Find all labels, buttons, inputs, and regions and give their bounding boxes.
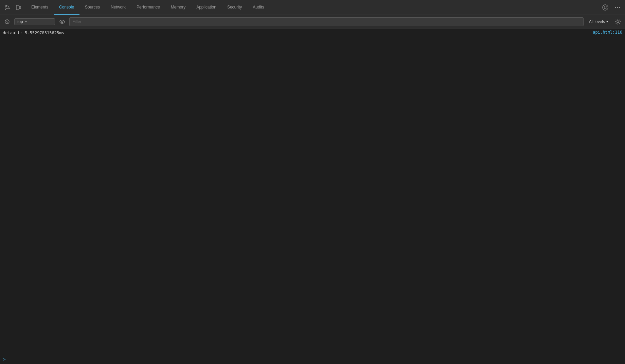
levels-arrow-icon: ▾ <box>606 20 608 23</box>
tab-performance[interactable]: Performance <box>131 0 165 15</box>
tab-bar-right <box>601 3 622 12</box>
tab-elements[interactable]: Elements <box>26 0 54 15</box>
svg-point-12 <box>61 21 63 22</box>
svg-point-3 <box>603 5 608 10</box>
levels-label: All levels <box>589 19 605 24</box>
svg-point-6 <box>615 7 616 8</box>
svg-point-8 <box>619 7 620 8</box>
console-output: default: 5.552978515625ms api.html:116 <box>0 29 625 354</box>
svg-line-10 <box>6 21 8 23</box>
tab-security[interactable]: Security <box>222 0 247 15</box>
svg-point-11 <box>60 20 65 23</box>
svg-point-4 <box>604 6 605 7</box>
svg-rect-1 <box>16 5 19 10</box>
inspect-element-button[interactable] <box>3 3 12 12</box>
tab-sources[interactable]: Sources <box>79 0 105 15</box>
log-text-0: default: 5.552978515625ms <box>3 30 587 36</box>
context-arrow-icon: ▾ <box>25 20 27 23</box>
tab-audits[interactable]: Audits <box>247 0 269 15</box>
svg-point-5 <box>606 6 607 7</box>
more-options-button[interactable] <box>613 3 622 12</box>
devtools-container: Elements Console Sources Network Perform… <box>0 0 625 364</box>
toolbar-left-icons <box>3 3 23 12</box>
console-settings-button[interactable] <box>613 17 622 26</box>
device-toggle-button[interactable] <box>14 3 23 12</box>
tab-application[interactable]: Application <box>191 0 222 15</box>
filter-input[interactable] <box>69 17 584 26</box>
tab-bar: Elements Console Sources Network Perform… <box>0 0 625 15</box>
tab-memory[interactable]: Memory <box>165 0 191 15</box>
context-selector[interactable]: top ▾ <box>14 18 55 25</box>
tab-items: Elements Console Sources Network Perform… <box>26 0 601 15</box>
console-prompt: > <box>3 357 5 362</box>
tab-console[interactable]: Console <box>54 0 79 15</box>
context-value: top <box>17 19 23 24</box>
log-source-0[interactable]: api.html:116 <box>593 30 622 35</box>
log-entry-0: default: 5.552978515625ms api.html:116 <box>0 29 625 38</box>
feedback-button[interactable] <box>601 3 610 12</box>
console-input-area: > <box>0 354 625 364</box>
svg-rect-2 <box>19 6 21 9</box>
tab-network[interactable]: Network <box>105 0 131 15</box>
clear-console-button[interactable] <box>3 17 12 26</box>
svg-point-13 <box>617 21 619 23</box>
svg-point-7 <box>617 7 618 8</box>
console-input[interactable] <box>8 357 622 362</box>
console-toolbar: top ▾ All levels ▾ <box>0 15 625 29</box>
live-expressions-button[interactable] <box>58 17 67 26</box>
log-levels-button[interactable]: All levels ▾ <box>586 18 611 25</box>
